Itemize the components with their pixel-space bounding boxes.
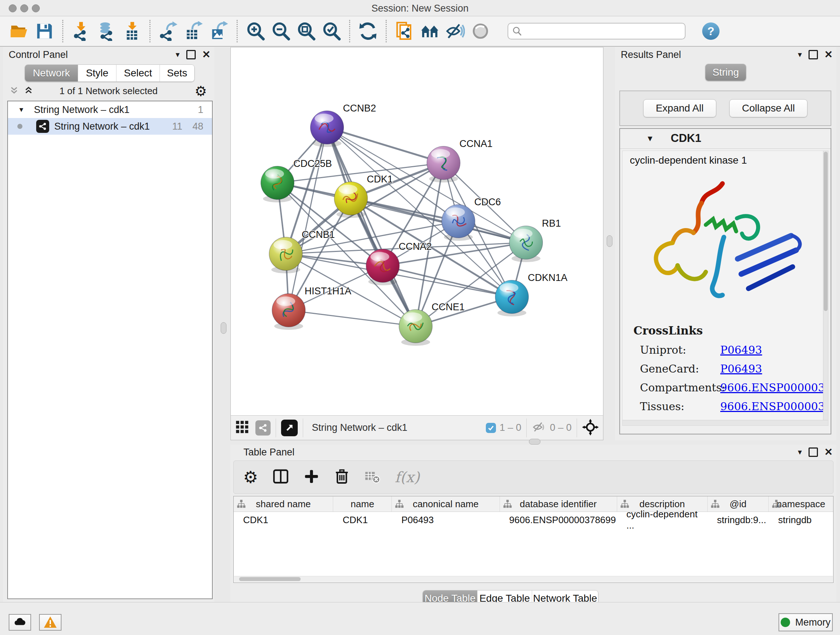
network-node-cdk1[interactable] [334, 182, 368, 215]
help-icon[interactable]: ? [702, 22, 720, 40]
zoom-selected-icon[interactable] [321, 21, 342, 42]
column-header-namespace[interactable]: namespace [769, 496, 833, 511]
fit-content-crosshair-icon[interactable] [582, 419, 599, 437]
refresh-icon[interactable] [357, 21, 378, 42]
column-header-id[interactable]: @id [707, 496, 769, 511]
network-node-ccna1[interactable] [427, 146, 460, 180]
eye-icon[interactable] [470, 21, 491, 42]
tab-style[interactable]: Style [78, 65, 117, 81]
results-vertical-scrollbar[interactable] [823, 151, 828, 425]
vertical-splitter-handle[interactable] [221, 322, 226, 334]
toolbar-separator [576, 418, 577, 437]
function-builder-icon[interactable]: f(x) [395, 469, 420, 486]
column-header-description[interactable]: description [617, 496, 707, 511]
panel-float-icon[interactable] [808, 448, 818, 457]
network-canvas[interactable]: CCNB2CCNA1CDC25BCDK1CDC6RB1CCNB1CCNA2CDK… [231, 48, 603, 415]
export-image-icon[interactable] [208, 21, 229, 42]
delete-column-icon[interactable] [334, 469, 350, 486]
column-header-canonical-name[interactable]: canonical name [392, 496, 500, 511]
network-node-rb1[interactable] [509, 226, 543, 259]
tab-select[interactable]: Select [117, 65, 160, 81]
network-node-ccna2[interactable] [366, 249, 399, 282]
share-file-icon[interactable] [394, 21, 415, 42]
cell-name[interactable]: CDK1 [333, 512, 392, 528]
hidden-elements-icon[interactable] [532, 420, 546, 436]
column-header-database-identifier[interactable]: database identifier [500, 496, 617, 511]
network-options-gear-icon[interactable]: ⚙ [195, 83, 207, 99]
zoom-out-icon[interactable] [270, 21, 291, 42]
grid-view-icon[interactable] [235, 420, 249, 436]
column-header-name[interactable]: name [333, 496, 392, 511]
tab-network[interactable]: Network [25, 65, 78, 81]
panel-menu-icon[interactable]: ▾ [175, 51, 180, 59]
string-home-icon[interactable] [419, 21, 440, 42]
export-table-icon[interactable] [183, 21, 204, 42]
network-node-hist1h1a[interactable] [272, 294, 305, 327]
panel-menu-icon[interactable]: ▾ [798, 51, 802, 59]
network-view-type-icon[interactable] [256, 420, 271, 435]
collapse-protein-icon[interactable]: ▼ [646, 134, 654, 143]
network-collection-row[interactable]: ▼ String Network – cdk1 1 [8, 101, 212, 118]
cloud-button[interactable] [9, 614, 31, 631]
zoom-fit-icon[interactable] [295, 21, 317, 42]
memory-button[interactable]: Memory [778, 613, 833, 631]
zoom-in-icon[interactable] [245, 21, 266, 42]
search-input[interactable] [508, 23, 685, 40]
network-node-ccnb1[interactable] [269, 237, 302, 271]
cell-canonical-name[interactable]: P06493 [392, 512, 500, 528]
protein-header[interactable]: ▼ CDK1 [620, 129, 831, 149]
network-view-title: String Network – cdk1 [312, 422, 407, 433]
import-network-file-icon[interactable] [71, 21, 92, 42]
collection-expand-icon[interactable]: ▼ [18, 106, 25, 114]
column-label: description [639, 499, 685, 510]
network-row-selected[interactable]: String Network – cdk1 11 48 [8, 118, 212, 135]
panel-close-icon[interactable]: ✕ [824, 50, 833, 59]
panel-close-icon[interactable]: ✕ [202, 50, 210, 59]
crosslink-link[interactable]: 9606.ENSP00000378699 [720, 381, 829, 394]
delete-table-icon[interactable] [364, 469, 380, 486]
panel-close-icon[interactable]: ✕ [824, 448, 833, 456]
selected-nodes-checkbox-icon[interactable] [486, 423, 496, 433]
network-node-ccnb2[interactable] [310, 111, 344, 144]
open-session-icon[interactable] [9, 21, 30, 42]
panel-float-icon[interactable] [808, 50, 818, 59]
crosslink-link[interactable]: P06493 [720, 344, 762, 356]
crosslink-link[interactable]: P06493 [720, 363, 762, 375]
cell-id[interactable]: stringdb:9... [707, 512, 769, 528]
network-node-ccne1[interactable] [399, 310, 432, 343]
table-horizontal-scrollbar[interactable] [234, 576, 833, 582]
show-columns-icon[interactable] [272, 468, 289, 486]
expand-all-button[interactable]: Expand All [643, 99, 716, 117]
birds-eye-view-icon[interactable] [281, 420, 298, 436]
hide-glasses-icon[interactable] [445, 21, 466, 42]
column-header-shared-name[interactable]: shared name [234, 496, 333, 511]
cell-shared-name[interactable]: CDK1 [234, 512, 333, 528]
crosslink-link[interactable]: 9606.ENSP00000378699 [720, 400, 829, 413]
table-row[interactable]: CDK1 CDK1 P06493 9606.ENSP00000378699 cy… [234, 512, 833, 528]
cell-description[interactable]: cyclin-dependent ... [617, 512, 707, 528]
panel-menu-icon[interactable]: ▾ [798, 448, 802, 456]
cell-database-identifier[interactable]: 9606.ENSP00000378699 [500, 512, 617, 528]
results-horizontal-scrollbar[interactable] [622, 420, 828, 425]
cell-namespace[interactable]: stringdb [769, 512, 833, 528]
import-network-database-icon[interactable] [96, 21, 117, 42]
tab-sets[interactable]: Sets [160, 65, 194, 81]
add-column-icon[interactable] [303, 469, 319, 486]
save-session-icon[interactable] [34, 21, 55, 42]
horizontal-splitter-handle[interactable] [529, 439, 540, 445]
panel-float-icon[interactable] [186, 50, 196, 59]
toolbar-separator [149, 20, 150, 42]
collapse-all-button[interactable]: Collapse All [729, 99, 807, 117]
table-settings-gear-icon[interactable]: ⚙ [243, 467, 258, 487]
scrollbar-thumb[interactable] [239, 577, 301, 581]
node-label: CDKN1A [528, 272, 568, 283]
import-table-icon[interactable] [121, 21, 142, 42]
warnings-button[interactable] [39, 614, 62, 631]
cloud-icon [13, 615, 27, 630]
network-node-cdc6[interactable] [442, 204, 475, 238]
network-node-cdkn1a[interactable] [495, 280, 529, 314]
vertical-splitter-handle[interactable] [607, 235, 613, 247]
export-network-icon[interactable] [158, 21, 179, 42]
network-node-cdc25b[interactable] [261, 166, 294, 200]
tab-string[interactable]: String [706, 64, 746, 81]
